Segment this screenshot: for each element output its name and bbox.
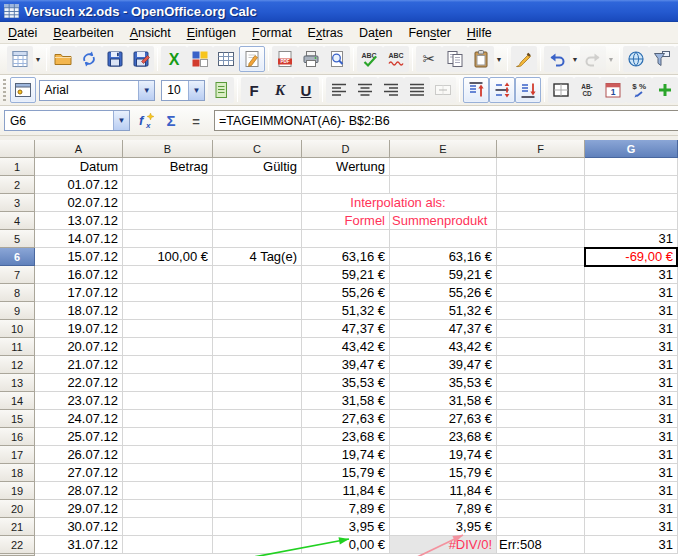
cell-A2[interactable]: 01.07.12 [35,176,123,194]
row-header-21[interactable]: 21 [0,518,35,536]
cell-A16[interactable]: 25.07.12 [35,428,123,446]
reload-button[interactable] [76,46,102,72]
cell-G3[interactable] [585,194,678,212]
row-header-15[interactable]: 15 [0,410,35,428]
cell-B12[interactable] [123,356,213,374]
cell-D9[interactable]: 51,32 € [302,302,390,320]
cell-F18[interactable] [497,464,585,482]
bold-button[interactable]: F [241,77,267,103]
excel-format-button[interactable]: X [161,46,187,72]
toolbar-grip[interactable] [3,79,6,101]
cell-E21[interactable]: 3,95 € [390,518,497,536]
sum-button[interactable]: Σ [158,109,183,133]
row-header-9[interactable]: 9 [0,302,35,320]
valign-top-button[interactable] [463,77,489,103]
new-document-button[interactable] [7,46,33,72]
cell-G12[interactable]: 31 [585,356,678,374]
cell-E17[interactable]: 19,74 € [390,446,497,464]
cell-G22[interactable]: 31 [585,536,678,554]
redo-button-dropdown[interactable]: ▼ [606,46,616,72]
align-right-button[interactable] [378,77,404,103]
cell-F4[interactable] [497,212,585,230]
cell-D20[interactable]: 7,89 € [302,500,390,518]
cell-F17[interactable] [497,446,585,464]
cell-B5[interactable] [123,230,213,248]
cell-G11[interactable]: 31 [585,338,678,356]
row-header-12[interactable]: 12 [0,356,35,374]
cell-F22[interactable]: Err:508 [497,536,585,554]
cell-C19[interactable] [213,482,302,500]
cell-D21[interactable]: 3,95 € [302,518,390,536]
cell-A14[interactable]: 23.07.12 [35,392,123,410]
cell-D7[interactable]: 59,21 € [302,266,390,284]
cell-D16[interactable]: 23,68 € [302,428,390,446]
cell-C14[interactable] [213,392,302,410]
column-header-F[interactable]: F [497,140,585,158]
cell-G15[interactable]: 31 [585,410,678,428]
cell-E19[interactable]: 11,84 € [390,482,497,500]
menu-format[interactable]: Format [244,24,300,42]
cell-E5[interactable] [390,230,497,248]
cell-G9[interactable]: 31 [585,302,678,320]
print-button[interactable] [298,46,324,72]
cell-A20[interactable]: 29.07.12 [35,500,123,518]
cell-E1[interactable] [390,158,497,176]
cell-reference-box[interactable]: G6 ▼ [4,110,130,131]
column-header-A[interactable]: A [35,140,123,158]
cell-B9[interactable] [123,302,213,320]
spellcheck-button[interactable]: ABC [357,46,383,72]
cell-A11[interactable]: 20.07.12 [35,338,123,356]
cell-B15[interactable] [123,410,213,428]
row-header-17[interactable]: 17 [0,446,35,464]
cell-D17[interactable]: 19,74 € [302,446,390,464]
cell-B14[interactable] [123,392,213,410]
cell-E7[interactable]: 59,21 € [390,266,497,284]
number-format-date-button[interactable]: 1 [600,77,626,103]
cell-B16[interactable] [123,428,213,446]
cell-A8[interactable]: 17.07.12 [35,284,123,302]
row-header-8[interactable]: 8 [0,284,35,302]
cell-G2[interactable] [585,176,678,194]
cell-C13[interactable] [213,374,302,392]
underline-button[interactable]: U [293,77,319,103]
cell-F6[interactable] [497,248,585,266]
column-header-D[interactable]: D [302,140,390,158]
save-button[interactable] [102,46,128,72]
cell-G18[interactable]: 31 [585,464,678,482]
cell-D8[interactable]: 55,26 € [302,284,390,302]
cell-G6[interactable]: -69,00 € [585,248,678,266]
cell-B10[interactable] [123,320,213,338]
cell-B8[interactable] [123,284,213,302]
cell-A17[interactable]: 26.07.12 [35,446,123,464]
export-pdf-button[interactable]: PDF [272,46,298,72]
cell-D4[interactable]: Formel [302,212,390,230]
undo-button-dropdown[interactable]: ▼ [570,46,580,72]
cell-B6[interactable]: 100,00 € [123,248,213,266]
cell-F8[interactable] [497,284,585,302]
row-header-13[interactable]: 13 [0,374,35,392]
menu-extras[interactable]: Extras [300,24,351,42]
cell-G1[interactable] [585,158,678,176]
cell-G13[interactable]: 31 [585,374,678,392]
cell-D22[interactable]: 0,00 € [302,536,390,554]
cell-E4[interactable]: Summenprodukt [390,212,497,230]
undo-button[interactable] [544,46,570,72]
cell-G14[interactable]: 31 [585,392,678,410]
cell-C9[interactable] [213,302,302,320]
formula-input[interactable] [214,110,678,131]
cell-C17[interactable] [213,446,302,464]
choose-themes-button[interactable] [187,46,213,72]
row-header-16[interactable]: 16 [0,428,35,446]
row-header-20[interactable]: 20 [0,500,35,518]
cell-F16[interactable] [497,428,585,446]
column-header-C[interactable]: C [213,140,302,158]
cell-G8[interactable]: 31 [585,284,678,302]
cell-G7[interactable]: 31 [585,266,678,284]
cell-C3[interactable] [213,194,302,212]
cell-C7[interactable] [213,266,302,284]
cell-E11[interactable]: 43,42 € [390,338,497,356]
cell-E10[interactable]: 47,37 € [390,320,497,338]
cell-G10[interactable]: 31 [585,320,678,338]
align-justify-button[interactable] [404,77,430,103]
row-header-18[interactable]: 18 [0,464,35,482]
